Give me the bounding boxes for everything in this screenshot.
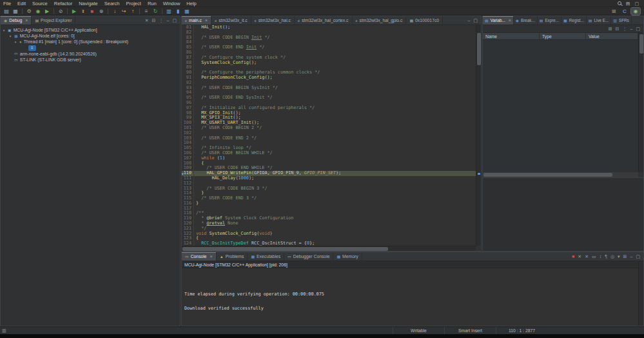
debug-tab-debug[interactable]: ◉Debug× xyxy=(1,16,32,25)
console-tab-executables[interactable]: ▦Executables xyxy=(248,252,284,261)
clear-console-icon[interactable]: ▭ xyxy=(592,254,596,259)
debug-tree-row-1[interactable]: ▾▣MCU-Agi-Node [STM32 C/C++ Application] xyxy=(1,27,180,33)
build-icon[interactable]: ⚙ xyxy=(24,8,34,15)
pin-console-icon[interactable]: ◎ xyxy=(610,254,614,259)
console-tab-problems[interactable]: ▲Problems xyxy=(217,252,248,261)
code-line-83[interactable]: 83 /* USER CODE BEGIN Init */ xyxy=(182,35,476,41)
c-cpp-perspective-icon[interactable]: C xyxy=(620,8,629,15)
editor-tab-stm32wl3x-hal-cortex-c[interactable]: cstm32wl3x_hal_cortex.c xyxy=(295,16,353,25)
menu-refactor[interactable]: Refactor xyxy=(51,0,75,7)
terminate-icon[interactable]: ■ xyxy=(88,8,97,15)
debug-tree-row-4[interactable]: ≡ xyxy=(1,45,180,51)
close-icon[interactable]: × xyxy=(509,18,511,23)
maximize-icon[interactable]: ▢ xyxy=(636,26,640,31)
console-output[interactable]: Time elapsed during verifying operation:… xyxy=(182,268,638,326)
debug-perspective-icon[interactable]: ◉ xyxy=(631,8,640,15)
editor-horizontal-scrollbar[interactable] xyxy=(182,246,476,251)
editor-tab-stm32wl3x-hal-gpio-c[interactable]: cstm32wl3x_hal_gpio.c xyxy=(353,16,407,25)
menu-file[interactable]: File xyxy=(0,0,14,7)
variables-horizontal-scrollbar[interactable] xyxy=(483,172,638,177)
code-line-101[interactable]: 101 /* USER CODE BEGIN 2 */ xyxy=(182,126,476,131)
code-line-88[interactable]: 88 SystemClock_Config(); xyxy=(182,61,476,66)
scrollbar-thumb[interactable] xyxy=(182,247,388,251)
debug-launch-icon[interactable]: ◉ xyxy=(34,8,43,15)
word-wrap-icon[interactable]: ¶ xyxy=(605,254,607,259)
scroll-lock-icon[interactable]: ↕ xyxy=(600,254,602,259)
run-launch-icon[interactable]: ▶ xyxy=(43,8,52,15)
variables-vertical-scrollbar[interactable] xyxy=(638,33,643,172)
code-line-107[interactable]: 107 while (1) xyxy=(182,156,476,161)
terminate-icon[interactable]: ■ xyxy=(572,254,574,259)
sfr-viewer-icon[interactable]: ▥ xyxy=(164,8,173,15)
expander-icon[interactable]: ▾ xyxy=(2,28,6,32)
editor-tab-0x100017c0[interactable]: ▦0x100017c0 xyxy=(406,16,443,25)
code-line-117[interactable]: 117 xyxy=(182,206,476,212)
console-tab-console[interactable]: ▭Console× xyxy=(182,252,217,261)
maximize-icon[interactable]: ▢ xyxy=(636,254,640,259)
suspend-icon[interactable]: ‖ xyxy=(79,8,88,15)
expander-icon[interactable]: ▾ xyxy=(8,34,12,38)
save-icon[interactable]: ▦ xyxy=(11,8,20,15)
editor-tab-main-c[interactable]: cmain.c× xyxy=(182,16,211,25)
hide-toolbar-icon[interactable]: ▤ xyxy=(626,1,630,6)
swv-trace-icon[interactable]: ▮ xyxy=(173,8,182,15)
variables-table-body[interactable] xyxy=(483,40,638,172)
minimize-icon[interactable]: – xyxy=(166,18,169,23)
collapse-all-icon[interactable]: ⊟ xyxy=(616,26,620,31)
console-vertical-scrollbar[interactable] xyxy=(638,261,643,326)
display-selected-console-icon[interactable]: ▾ xyxy=(618,254,620,259)
code-line-113[interactable]: 113 /* USER CODE BEGIN 3 */ xyxy=(182,186,476,192)
editor-vertical-scrollbar[interactable] xyxy=(476,25,481,246)
code-area[interactable]: 81 HAL_Init();8283 /* USER CODE BEGIN In… xyxy=(182,25,476,246)
remove-launch-icon[interactable]: ✕ xyxy=(578,254,581,259)
skip-all-breakpoints-icon[interactable]: ⊘ xyxy=(56,8,65,15)
menu-navigate[interactable]: Navigate xyxy=(75,0,101,7)
show-type-names-icon[interactable]: ⊞ xyxy=(609,26,612,31)
selected-stack-frame[interactable]: ≡ xyxy=(28,45,36,51)
variables-tab-expre[interactable]: ▤Expre... xyxy=(538,16,561,25)
close-icon[interactable]: × xyxy=(210,254,213,259)
maximize-icon[interactable]: ▢ xyxy=(473,18,478,23)
new-icon[interactable]: ▤ xyxy=(2,8,11,15)
variables-tab-variab[interactable]: ▤Variab...× xyxy=(483,16,514,25)
restart-icon[interactable]: ↻ xyxy=(151,8,160,15)
open-perspective-icon[interactable]: ⊞ xyxy=(609,8,618,15)
code-line-116[interactable]: 116} xyxy=(182,201,476,206)
menu-source[interactable]: Source xyxy=(29,0,51,7)
code-line-85[interactable]: 85 /* USER CODE END Init */ xyxy=(182,45,476,50)
debug-tree-row-5[interactable]: ▭arm-none-eabi-gdb (14.2.90.20240526) xyxy=(1,51,180,57)
console-tab-memory[interactable]: ▦Memory xyxy=(333,252,362,261)
menu-search[interactable]: Search xyxy=(101,0,123,7)
variables-detail-pane[interactable] xyxy=(483,177,643,251)
remove-all-launches-icon[interactable]: ✕ xyxy=(585,254,589,259)
menu-project[interactable]: Project xyxy=(123,0,144,7)
code-line-111[interactable]: 111 HAL_Delay(1000); xyxy=(182,176,476,181)
step-return-icon[interactable]: ↑ xyxy=(128,8,137,15)
resume-icon[interactable]: ▶ xyxy=(70,8,79,15)
code-line-120[interactable]: 120 * @retval None xyxy=(182,221,476,226)
collapse-all-icon[interactable]: ⊟ xyxy=(152,18,156,23)
view-menu-icon[interactable]: ⋮ xyxy=(159,18,163,23)
menu-window[interactable]: Window xyxy=(160,0,184,7)
instruction-stepping-icon[interactable]: ≡ xyxy=(142,8,151,15)
code-line-124[interactable]: 124 RCC_OscInitTypeDef RCC_OscInitStruct… xyxy=(182,241,476,246)
code-line-122[interactable]: 122void SystemClock_Config(void) xyxy=(182,232,476,237)
menu-help[interactable]: Help xyxy=(183,0,199,7)
minimize-icon[interactable]: – xyxy=(630,26,632,31)
debug-tree-row-2[interactable]: ▾▦MCU-Agi-Node.elf [cores: 0] xyxy=(1,33,180,39)
step-into-icon[interactable]: ↓ xyxy=(110,8,119,15)
debug-tab-project-explorer[interactable]: ▤Project Explorer xyxy=(32,16,75,25)
code-line-95[interactable]: 95 /* USER CODE END SysInit */ xyxy=(182,95,476,101)
code-line-106[interactable]: 106 /* USER CODE BEGIN WHILE */ xyxy=(182,151,476,156)
scrollbar-thumb[interactable] xyxy=(483,173,612,177)
remove-all-terminated-icon[interactable]: ✕ xyxy=(145,18,149,23)
expander-icon[interactable]: ▾ xyxy=(14,40,17,44)
editor-tab-stm32wl3x-it-c[interactable]: cstm32wl3x_it.c xyxy=(211,16,251,25)
disconnect-icon[interactable]: ⊗ xyxy=(97,8,106,15)
menu-run[interactable]: Run xyxy=(144,0,160,7)
memory-view-icon[interactable]: ▦ xyxy=(182,8,191,15)
view-menu-icon[interactable]: ⋮ xyxy=(622,26,627,31)
window-menu-icon[interactable]: ▢ xyxy=(634,1,639,6)
scrollbar-thumb[interactable] xyxy=(639,34,643,54)
editor-tab-stm32wl3x-hal-c[interactable]: cstm32wl3x_hal.c xyxy=(251,16,295,25)
